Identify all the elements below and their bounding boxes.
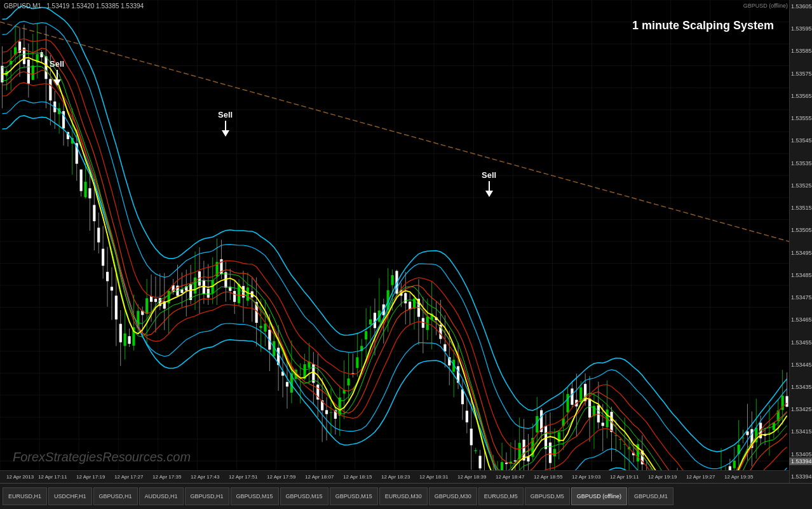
time-label: 12 Apr 18:07 (305, 474, 334, 480)
time-label: 12 Apr 17:59 (267, 474, 295, 480)
tab-item[interactable]: EURUSD,M30 (379, 487, 428, 505)
time-label: 12 Apr 19:27 (686, 474, 715, 480)
price-level: 1.53605 (791, 3, 811, 10)
price-level: 1.53555 (791, 115, 811, 121)
chart-title: 1 minute Scalping System (632, 19, 774, 32)
ohlc-label: 1.53419 1.53420 1.53385 1.53394 (46, 3, 144, 10)
time-label: 12 Apr 18:23 (381, 474, 410, 480)
watermark: ForexStrategiesResources.com (13, 450, 191, 465)
chart-container: GBPUSD,M1 1.53419 1.53420 1.53385 1.5339… (0, 0, 812, 509)
symbol-info: GBPUSD,M1 1.53419 1.53420 1.53385 1.5339… (4, 3, 144, 10)
tab-item[interactable]: GBPUSD,H1 (93, 487, 138, 505)
tab-item[interactable]: EURUSD,H1 (3, 487, 47, 505)
tab-item[interactable]: USDCHF,H1 (48, 487, 92, 505)
time-label: 12 Apr 19:03 (572, 474, 600, 480)
price-level: 1.53485 (791, 272, 811, 278)
price-level: 1.53525 (791, 182, 811, 189)
tab-item[interactable]: GBPUSD (offline) (571, 487, 627, 505)
price-level: 1.53575 (791, 71, 811, 77)
tab-item[interactable]: EURUSD,M5 (478, 487, 524, 505)
tab-item[interactable]: GBPUSD,M1 (628, 487, 673, 505)
current-price-tag: 1.53394 (789, 458, 812, 465)
tab-item[interactable]: AUDUSD,H1 (139, 487, 184, 505)
time-label: 12 Apr 17:27 (114, 474, 143, 480)
tab-item[interactable]: GBPUSD,M15 (231, 487, 279, 505)
time-label: 12 Apr 17:35 (152, 474, 181, 480)
price-level: 1.53495 (791, 250, 811, 256)
time-label: 12 Apr 17:19 (76, 474, 105, 480)
time-label: 12 Apr 18:55 (534, 474, 562, 480)
price-level: 1.53465 (791, 316, 811, 323)
price-level: 1.53565 (791, 93, 811, 99)
price-level: 1.53425 (791, 406, 811, 412)
time-label: 12 Apr 18:39 (457, 474, 486, 480)
price-level: 1.53515 (791, 205, 811, 211)
price-level: 1.53545 (791, 137, 811, 144)
bottom-tabs: EURUSD,H1USDCHF,H1GBPUSD,H1AUDUSD,H1GBPU… (0, 483, 812, 509)
time-label: 12 Apr 17:51 (229, 474, 257, 480)
tab-item[interactable]: GBPUSD,M30 (429, 487, 477, 505)
tab-item[interactable]: GBPUSD,M5 (525, 487, 570, 505)
top-right-pair-label: GBPUSD (offline) (743, 3, 788, 9)
time-label: 12 Apr 18:31 (419, 474, 448, 480)
tab-item[interactable]: GBPUSD,H1 (185, 487, 229, 505)
price-level: 1.53535 (791, 160, 811, 166)
time-label: 12 Apr 19:11 (610, 474, 639, 480)
time-label: 12 Apr 17:43 (191, 474, 219, 480)
chart-canvas[interactable] (0, 0, 789, 483)
price-level: 1.53595 (791, 25, 811, 32)
time-label: 12 Apr 17:11 (38, 474, 67, 480)
time-label: 12 Apr 19:19 (648, 474, 677, 480)
tab-item[interactable]: GBPUSD,M15 (330, 487, 378, 505)
time-label: 12 Apr 19:35 (724, 474, 753, 480)
price-level: 1.53505 (791, 227, 811, 233)
time-label: 12 Apr 18:15 (343, 474, 372, 480)
time-label: 12 Apr 18:47 (496, 474, 524, 480)
price-level: 1.53455 (791, 339, 811, 346)
price-level: 1.53585 (791, 48, 811, 54)
price-level: 1.53435 (791, 384, 811, 390)
symbol-label: GBPUSD,M1 (4, 3, 41, 10)
price-level: 1.53394 (791, 473, 811, 480)
price-axis: 1.536051.535951.535851.535751.535651.535… (789, 0, 812, 483)
price-level: 1.53415 (791, 428, 811, 435)
tab-item[interactable]: GBPUSD,M15 (280, 487, 328, 505)
price-level: 1.53475 (791, 294, 811, 301)
price-level: 1.53405 (791, 451, 811, 458)
time-label: 12 Apr 2013 (6, 474, 34, 480)
time-axis: 12 Apr 201312 Apr 17:1112 Apr 17:1912 Ap… (0, 470, 789, 483)
price-level: 1.53445 (791, 362, 811, 368)
